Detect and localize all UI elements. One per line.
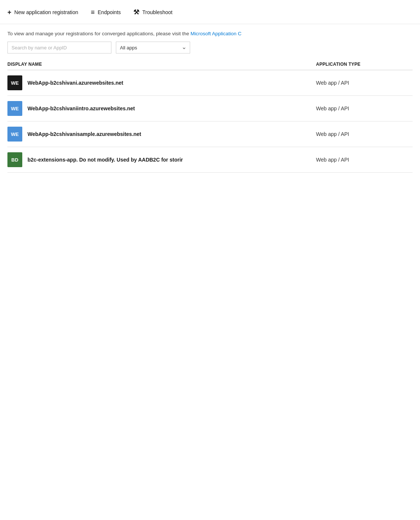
troubleshoot-label: Troubleshoot — [142, 9, 172, 15]
table-row[interactable]: BD b2c-extensions-app. Do not modify. Us… — [7, 147, 413, 173]
endpoints-button[interactable]: ≡ Endpoints — [91, 6, 125, 19]
app-type: Web app / API — [316, 157, 413, 163]
app-type-dropdown-wrapper: All appsMy appsNative clientsWeb apps / … — [116, 42, 190, 53]
table-body: WE WebApp-b2cshivani.azurewebsites.net W… — [7, 70, 413, 173]
app-cell: BD b2c-extensions-app. Do not modify. Us… — [7, 152, 316, 167]
new-app-registration-button[interactable]: + New application registration — [7, 6, 82, 19]
app-name: WebApp-b2cshivanisample.azurewebsites.ne… — [27, 131, 141, 137]
app-cell: WE WebApp-b2cshivani.azurewebsites.net — [7, 75, 316, 90]
table-container: DISPLAY NAME APPLICATION TYPE WE WebApp-… — [0, 59, 420, 173]
app-cell: WE WebApp-b2cshivaniintro.azurewebsites.… — [7, 101, 316, 116]
app-avatar: WE — [7, 101, 22, 116]
app-type-dropdown[interactable]: All appsMy appsNative clientsWeb apps / … — [116, 42, 190, 53]
plus-icon: + — [7, 9, 12, 16]
table-row[interactable]: WE WebApp-b2cshivanisample.azurewebsites… — [7, 121, 413, 147]
troubleshoot-icon: ⚒ — [133, 8, 139, 16]
endpoints-label: Endpoints — [98, 9, 121, 15]
app-type: Web app / API — [316, 131, 413, 137]
app-avatar: BD — [7, 152, 22, 167]
table-header: DISPLAY NAME APPLICATION TYPE — [7, 59, 413, 70]
endpoints-icon: ≡ — [91, 9, 95, 16]
app-type: Web app / API — [316, 80, 413, 86]
table-row[interactable]: WE WebApp-b2cshivaniintro.azurewebsites.… — [7, 96, 413, 121]
app-avatar: WE — [7, 75, 22, 90]
filters-row: All appsMy appsNative clientsWeb apps / … — [0, 42, 420, 59]
app-name: WebApp-b2cshivani.azurewebsites.net — [27, 80, 123, 86]
microsoft-app-link[interactable]: Microsoft Application C — [191, 31, 241, 36]
app-name: b2c-extensions-app. Do not modify. Used … — [27, 157, 183, 163]
new-app-label: New application registration — [14, 9, 78, 15]
toolbar: + New application registration ≡ Endpoin… — [0, 0, 420, 24]
info-text-before-link: To view and manage your registrations fo… — [7, 31, 191, 36]
info-bar: To view and manage your registrations fo… — [0, 24, 420, 42]
app-avatar: WE — [7, 127, 22, 142]
col-app-type-header: APPLICATION TYPE — [316, 62, 413, 67]
app-name: WebApp-b2cshivaniintro.azurewebsites.net — [27, 105, 135, 111]
app-type: Web app / API — [316, 105, 413, 111]
search-input[interactable] — [7, 42, 111, 53]
table-row[interactable]: WE WebApp-b2cshivani.azurewebsites.net W… — [7, 70, 413, 96]
app-cell: WE WebApp-b2cshivanisample.azurewebsites… — [7, 127, 316, 142]
troubleshoot-button[interactable]: ⚒ Troubleshoot — [133, 6, 176, 19]
col-display-name-header: DISPLAY NAME — [7, 62, 316, 67]
